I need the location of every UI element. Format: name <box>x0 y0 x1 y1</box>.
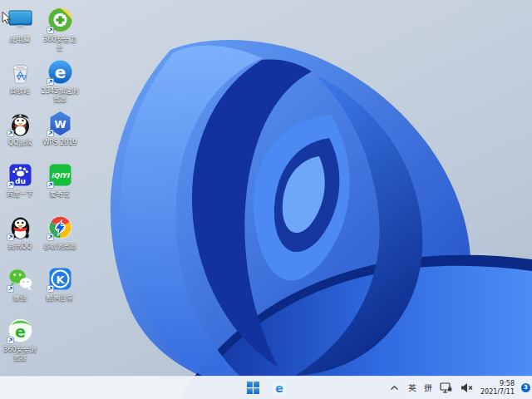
taskbar-center: e <box>243 377 289 399</box>
taskbar-clock[interactable]: 9:58 2021/7/11 <box>480 380 515 396</box>
kugou-music-icon: K <box>47 265 74 293</box>
svg-text:K: K <box>56 273 65 286</box>
svg-text:du: du <box>15 177 26 185</box>
browser-e-icon: e <box>271 380 288 397</box>
shortcut-arrow-icon <box>47 285 54 293</box>
wallpaper-bloom <box>0 0 532 399</box>
notification-badge[interactable]: 3 <box>521 383 530 392</box>
shortcut-arrow-icon <box>7 337 14 344</box>
shortcut-arrow-icon <box>47 27 54 34</box>
desktop: 此电脑 360安全卫士 回收 <box>0 0 532 399</box>
volume-button[interactable] <box>460 378 475 398</box>
icon-label: 360安全浏览器 <box>1 346 39 362</box>
360-safe-icon <box>47 7 74 34</box>
2345-browser-icon: e <box>47 58 74 86</box>
shortcut-arrow-icon <box>7 285 14 293</box>
ime-english-indicator[interactable]: 英 <box>407 382 417 394</box>
svg-text:W: W <box>54 118 66 131</box>
icon-label: 百度一下 <box>1 190 39 199</box>
desktop-icon-recycle-bin[interactable]: 回收站 <box>1 58 39 96</box>
qq-games-icon <box>7 110 34 137</box>
wechat-icon <box>7 265 34 293</box>
desktop-icon-wps-2019[interactable]: W WPS 2019 <box>41 110 79 147</box>
icon-label: 360安全卫士 <box>41 36 79 52</box>
wps-2019-icon: W <box>47 110 74 137</box>
icon-label: 微信 <box>1 294 39 303</box>
start-icon <box>247 382 259 394</box>
360-browser-icon: e <box>7 317 34 344</box>
iqiyi-icon: iQIYI <box>47 161 74 189</box>
desktop-icon-iqiyi[interactable]: iQIYI 爱奇艺 <box>41 161 79 199</box>
shortcut-arrow-icon <box>7 234 14 241</box>
shortcut-arrow-icon <box>7 130 14 137</box>
icon-label: 回收站 <box>1 87 39 96</box>
shortcut-arrow-icon <box>7 181 14 189</box>
clock-date: 2021/7/11 <box>480 388 515 397</box>
svg-text:iQIYI: iQIYI <box>51 172 69 180</box>
icon-label: 爱奇艺 <box>41 190 79 199</box>
svg-text:e: e <box>15 323 26 341</box>
icon-label: QQ游戏 <box>1 139 39 147</box>
svg-text:e: e <box>275 382 283 395</box>
desktop-icon-qq-games[interactable]: QQ游戏 <box>1 110 39 147</box>
shortcut-arrow-icon <box>47 78 54 86</box>
desktop-icon-kugou-music[interactable]: K 酷狗音乐 <box>41 265 79 303</box>
tencent-qq-icon <box>7 214 34 241</box>
browser-e-button[interactable]: e <box>269 378 289 398</box>
chevron-up-icon <box>390 384 399 392</box>
icon-label: 此电脑 <box>1 36 39 44</box>
shortcut-arrow-icon <box>47 181 54 189</box>
baidu-icon: du <box>7 161 34 189</box>
desktop-icon-wechat[interactable]: 微信 <box>1 265 39 303</box>
mouse-cursor <box>2 12 12 25</box>
chrome-icon <box>47 214 74 241</box>
shortcut-arrow-icon <box>47 234 54 241</box>
desktop-icon-baidu[interactable]: du 百度一下 <box>1 161 39 199</box>
icon-label: 腾讯QQ <box>1 243 39 251</box>
taskbar: e 英 拼 <box>0 376 532 399</box>
clock-time: 9:58 <box>480 380 515 388</box>
network-button[interactable] <box>439 378 454 398</box>
icon-label: 2345加速浏览器 <box>41 87 79 104</box>
svg-text:e: e <box>54 62 66 82</box>
desktop-icon-360-safe[interactable]: 360安全卫士 <box>41 7 79 52</box>
ime-pinyin-indicator[interactable]: 拼 <box>423 382 433 394</box>
recycle-bin-icon <box>7 58 34 86</box>
icon-label: 谷歌浏览器 <box>41 243 79 251</box>
network-ethernet-icon <box>440 382 452 394</box>
icon-label: 酷狗音乐 <box>41 294 79 303</box>
taskbar-tray: 英 拼 9:58 2021/7/11 <box>388 377 530 399</box>
desktop-icon-2345-browser[interactable]: e 2345加速浏览器 <box>41 58 79 104</box>
desktop-icon-tencent-qq[interactable]: 腾讯QQ <box>1 214 39 251</box>
desktop-icon-chrome[interactable]: 谷歌浏览器 <box>41 214 79 251</box>
desktop-icon-360-browser[interactable]: e 360安全浏览器 <box>1 317 39 362</box>
shortcut-arrow-icon <box>47 130 54 137</box>
volume-muted-icon <box>461 382 473 393</box>
start-button[interactable] <box>243 378 263 398</box>
icon-label: WPS 2019 <box>41 139 79 147</box>
show-hidden-icons-button[interactable] <box>388 378 401 398</box>
